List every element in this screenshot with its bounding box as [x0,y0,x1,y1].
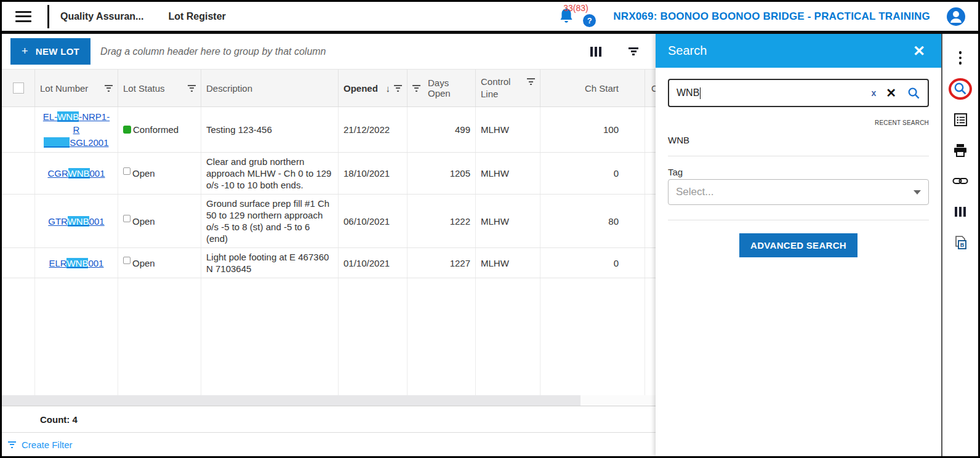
copy-document-icon[interactable]: B [942,227,978,258]
form-list-icon[interactable] [942,104,978,135]
grid-empty-area [2,278,656,395]
svg-text:B: B [960,242,965,248]
description-cell: Clear and grub northern approach MLHW - … [201,153,339,194]
column-chooser-icon[interactable] [590,47,602,57]
header-opened[interactable]: Opened ↓ [339,70,408,106]
opened-cell: 21/12/2022 [339,107,408,152]
overflow-cell [645,195,656,247]
annotation-ring [949,78,972,100]
top-bar: Quality Assuran... Lot Register 33(83) ?… [2,2,978,34]
table-row: ELRWNB001OpenLight pole footing at E 467… [2,248,656,278]
filter-icon[interactable] [527,78,535,85]
lot-number-link[interactable]: ELRWNB001 [49,257,104,270]
table-row: GTRWNB001OpenGround surface prep fill #1… [2,195,656,248]
divider [668,220,929,220]
ch-start-cell: 0 [540,153,645,194]
row-count: Count: 4 [40,414,78,425]
header-next-column-partial[interactable]: C [645,70,656,106]
row-select-cell[interactable] [2,153,35,194]
status-open-checkbox[interactable] [123,167,131,175]
row-select-cell[interactable] [2,195,35,247]
lot-status-cell: Open [118,153,201,194]
project-title[interactable]: NRX069: BOONOO BOONOO BRIDGE - PRACTICAL… [613,10,930,23]
header-lot-status[interactable]: Lot Status [118,70,201,106]
status-open-checkbox[interactable] [123,257,131,264]
days-open-cell: 1222 [408,195,476,247]
clear-text-icon[interactable]: x [871,88,876,98]
lot-number-link[interactable]: EL-WNB-NRP1-R SGL2001 [40,110,113,149]
plus-icon: + [22,45,28,58]
lot-number-link[interactable]: CGRWNB001 [47,167,105,180]
topbar-divider [47,5,49,28]
filter-icon[interactable] [188,85,196,92]
lot-number-cell: GTRWNB001 [35,195,118,247]
columns-icon[interactable] [942,196,978,227]
recent-search-item[interactable]: WNB [668,135,929,145]
hamburger-menu-icon[interactable] [15,11,31,22]
tag-select[interactable]: Select... [668,179,929,205]
search-highlight: WNB [66,258,88,268]
header-control-line-label: Control Line [481,76,519,100]
search-panel-title: Search [668,44,707,58]
header-lot-number[interactable]: Lot Number [35,70,118,106]
search-highlight [44,137,70,148]
header-next-column-label: C [651,83,656,94]
description-cell: Ground surface prep fill #1 Ch 50 to 129… [201,195,339,247]
opened-cell: 01/10/2021 [339,248,408,278]
user-avatar[interactable] [946,7,966,26]
overflow-cell [645,153,656,194]
filter-builder-icon[interactable] [629,47,638,55]
print-icon[interactable] [942,135,978,166]
header-lot-number-label: Lot Number [40,83,88,94]
header-ch-start[interactable]: Ch Start [540,70,645,106]
days-open-cell: 1227 [408,248,476,278]
close-icon[interactable]: ✕ [913,44,925,58]
search-input[interactable]: WNB x ✕ [668,79,929,107]
tag-select-placeholder: Select... [676,186,713,198]
horizontal-scrollbar-thumb[interactable] [2,395,580,406]
link-icon[interactable] [942,166,978,196]
close-search-icon[interactable]: ✕ [886,87,896,99]
create-filter-label: Create Filter [22,440,73,450]
new-lot-button[interactable]: + NEW LOT [10,38,90,65]
advanced-search-button[interactable]: ADVANCED SEARCH [739,233,857,257]
lot-number-cell: CGRWNB001 [35,153,118,194]
select-all-cell [2,70,35,106]
notification-count-badge: 33(83) [563,3,588,13]
row-select-cell[interactable] [2,248,35,278]
search-icon[interactable] [907,87,920,100]
grid-toolbar: + NEW LOT Drag a column header here to g… [2,34,656,69]
notifications-button[interactable]: 33(83) [558,7,577,26]
help-button[interactable]: ? [583,14,596,27]
header-days-open[interactable]: Days Open [408,70,476,106]
create-filter-button[interactable]: Create Filter [2,432,656,456]
row-select-cell[interactable] [2,107,35,152]
horizontal-scrollbar[interactable] [2,395,656,406]
lot-number-cell: ELRWNB001 [35,248,118,278]
select-all-checkbox[interactable] [13,82,24,94]
opened-cell: 06/10/2021 [339,195,408,247]
lot-status-label: Open [132,258,155,268]
header-description[interactable]: Description [201,70,339,106]
days-open-cell: 1205 [408,153,476,194]
lot-number-link[interactable]: GTRWNB001 [48,215,104,228]
sort-descending-icon[interactable]: ↓ [386,83,391,94]
header-days-open-label: Days Open [428,78,470,98]
chevron-down-icon [914,190,921,195]
count-row: Count: 4 [2,406,656,432]
recent-search-label: RECENT SEARCH [668,119,929,126]
more-menu-icon[interactable] [942,42,978,73]
search-tool-button[interactable] [942,73,978,104]
side-toolbar: B [941,34,978,456]
lot-status-label: Open [132,168,155,179]
control-line-cell: MLHW [476,248,540,278]
divider [668,156,929,156]
filter-icon[interactable] [394,85,402,92]
filter-icon[interactable] [105,85,113,92]
search-highlight: WNB [57,111,79,122]
description-cell: Light pole footing at E 467360 N 7103645 [201,248,339,278]
filter-icon[interactable] [412,85,420,92]
status-open-checkbox[interactable] [123,215,131,222]
header-control-line[interactable]: Control Line [476,70,540,106]
search-panel-header: Search ✕ [656,34,941,68]
